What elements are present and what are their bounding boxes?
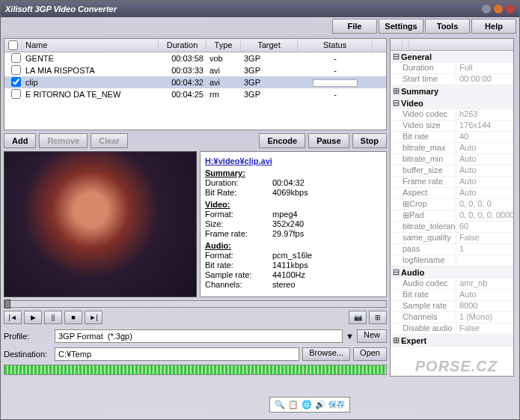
prop-row[interactable]: pass1 <box>391 244 513 255</box>
table-row[interactable]: GENTE 00:03:58 vob 3GP - <box>4 52 386 64</box>
prop-row[interactable]: Bit rate40 <box>391 132 513 143</box>
prop-row[interactable]: bitrate_minAuto <box>391 154 513 165</box>
prop-group[interactable]: ⊟Audio <box>391 267 513 279</box>
file-list[interactable]: Name Duration Type Target Status GENTE 0… <box>4 38 387 130</box>
select-all-checkbox[interactable] <box>8 40 18 50</box>
cell-status: - <box>298 65 373 76</box>
prop-row[interactable]: bitrate_tolerance60 <box>391 222 513 233</box>
table-row[interactable]: LA MIA RISPOSTA 00:03:33 avi 3GP - <box>4 64 386 76</box>
zoom-icon: 🔍 <box>275 400 285 410</box>
row-checkbox[interactable] <box>11 53 21 63</box>
toggle-icon[interactable]: ⊟ <box>391 267 401 277</box>
prop-row[interactable]: Video size176x144 <box>391 121 513 132</box>
cell-name: clip <box>22 77 159 88</box>
col-name[interactable]: Name <box>22 39 159 52</box>
expand-button[interactable]: ⊞ <box>369 311 387 324</box>
overall-progress <box>4 365 387 375</box>
minimize-icon[interactable] <box>482 4 491 13</box>
prop-row[interactable]: buffer_sizeAuto <box>391 165 513 177</box>
seek-bar[interactable] <box>4 300 387 308</box>
titlebar-text: Xilisoft 3GP Video Converter <box>5 4 482 13</box>
prop-row[interactable]: bitrate_maxAuto <box>391 143 513 154</box>
prop-row[interactable]: Bit rateAuto <box>391 290 513 301</box>
toggle-icon[interactable]: ⊞ <box>391 86 401 96</box>
prop-row[interactable]: same_qualityFalse <box>391 233 513 244</box>
prop-row[interactable]: ⊞Crop0, 0, 0, 0 <box>391 199 513 210</box>
dropdown-icon[interactable]: ▼ <box>346 332 354 341</box>
menu-help[interactable]: Help <box>471 19 516 34</box>
snapshot-button[interactable]: 📷 <box>349 311 367 324</box>
menu-file[interactable]: File <box>332 19 377 34</box>
pause-button[interactable]: Pause <box>308 133 349 148</box>
destination-input[interactable] <box>55 347 299 361</box>
profile-select[interactable] <box>55 329 343 343</box>
row-checkbox[interactable] <box>11 65 21 75</box>
prop-group[interactable]: ⊞Expert <box>391 335 513 347</box>
cell-status: 70% <box>298 77 373 88</box>
row-checkbox[interactable] <box>11 77 21 87</box>
new-profile-button[interactable]: New <box>357 329 387 343</box>
cell-type: avi <box>207 77 241 88</box>
prop-group[interactable]: ⊟General <box>391 51 513 63</box>
seek-thumb[interactable] <box>4 299 10 308</box>
copy-icon: 📋 <box>288 400 299 410</box>
cell-duration: 00:03:33 <box>159 65 207 76</box>
prop-group[interactable]: ⊞Summary <box>391 85 513 97</box>
cell-type: avi <box>207 65 241 76</box>
prop-row[interactable]: Channels1 (Mono) <box>391 312 513 323</box>
prop-row[interactable]: Frame rateAuto <box>391 177 513 188</box>
close-icon[interactable] <box>506 4 515 13</box>
prop-row[interactable]: Sample rate8000 <box>391 301 513 312</box>
stop-button[interactable]: Stop <box>352 133 387 148</box>
cell-duration: 00:04:32 <box>159 77 207 88</box>
pause-media-button[interactable]: || <box>44 311 62 324</box>
toggle-icon[interactable]: ⊟ <box>391 52 401 61</box>
prop-row[interactable]: Start time00:00:00 <box>391 74 513 85</box>
col-status[interactable]: Status <box>298 39 373 52</box>
encode-button[interactable]: Encode <box>259 133 305 148</box>
toggle-icon[interactable]: ⊟ <box>391 98 401 108</box>
prop-row[interactable]: AspectAuto <box>391 188 513 199</box>
maximize-icon[interactable] <box>494 4 503 13</box>
row-checkbox[interactable] <box>11 89 21 99</box>
properties-panel[interactable]: ⊟GeneralDurationFullStart time00:00:00⊞S… <box>390 38 514 377</box>
app-window: Xilisoft 3GP Video Converter File Settin… <box>0 0 520 420</box>
prop-row[interactable]: ⊞Pad0, 0, 0, 0, 000000 <box>391 210 513 222</box>
prop-row[interactable]: Disable audioFalse <box>391 323 513 335</box>
col-duration[interactable]: Duration <box>159 39 207 52</box>
play-button[interactable]: ▶ <box>24 311 42 324</box>
info-audio-label: Audio: <box>205 241 382 250</box>
prop-row[interactable]: Audio codecamr_nb <box>391 279 513 290</box>
cell-duration: 00:04:25 <box>159 89 207 100</box>
toggle-icon[interactable]: ⊞ <box>391 335 401 345</box>
titlebar[interactable]: Xilisoft 3GP Video Converter <box>1 1 519 17</box>
prop-row[interactable]: Video codech263 <box>391 109 513 121</box>
cell-type: rm <box>207 89 241 100</box>
info-summary-label: Summary: <box>205 168 382 177</box>
save-label: 保存 <box>328 399 345 410</box>
cell-target: 3GP <box>241 77 298 88</box>
remove-button[interactable]: Remove <box>39 133 88 148</box>
browse-button[interactable]: Browse... <box>302 347 350 361</box>
menu-settings[interactable]: Settings <box>379 19 423 34</box>
table-row[interactable]: E RITORNO DA TE_NEW 00:04:25 rm 3GP - <box>4 88 386 100</box>
menu-tools[interactable]: Tools <box>425 19 470 34</box>
save-tooltip: 🔍 📋 🌐 🔊 保存 <box>269 397 350 413</box>
cell-name: GENTE <box>22 53 159 64</box>
prev-button[interactable]: |◄ <box>4 311 22 324</box>
col-target[interactable]: Target <box>241 39 298 52</box>
prop-group[interactable]: ⊟Video <box>391 97 513 109</box>
prop-row[interactable]: logfilename <box>391 255 513 267</box>
add-button[interactable]: Add <box>4 133 36 148</box>
prop-row[interactable]: DurationFull <box>391 63 513 74</box>
stop-media-button[interactable]: ■ <box>64 311 82 324</box>
open-button[interactable]: Open <box>353 347 387 361</box>
next-button[interactable]: ►| <box>85 311 103 324</box>
sound-icon: 🔊 <box>315 400 325 410</box>
info-panel: H:¥video¥clip.avi Summary: Duration:00:0… <box>200 151 387 297</box>
cell-target: 3GP <box>241 65 298 76</box>
globe-icon: 🌐 <box>302 400 312 410</box>
table-row[interactable]: clip 00:04:32 avi 3GP 70% <box>4 76 386 88</box>
col-type[interactable]: Type <box>207 39 241 52</box>
clear-button[interactable]: Clear <box>91 133 128 148</box>
